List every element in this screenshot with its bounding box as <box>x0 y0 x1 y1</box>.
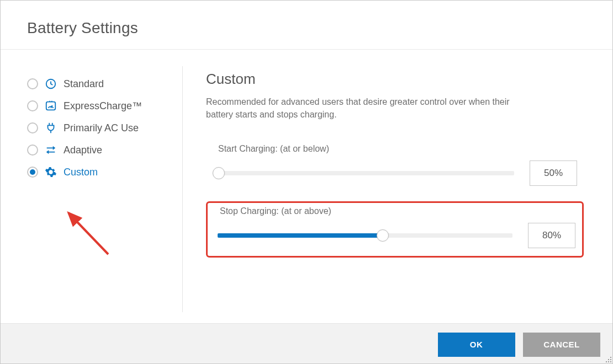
option-label: Primarily AC Use <box>64 122 139 134</box>
stop-charging-slider[interactable] <box>218 233 512 238</box>
title-bar: Battery Settings <box>1 1 612 50</box>
option-custom[interactable]: Custom <box>23 161 166 183</box>
option-label: Adaptive <box>64 144 102 156</box>
dialog-footer: OK CANCEL <box>1 323 612 363</box>
start-charging-group: Start Charging: (at or below) 50% <box>206 140 584 196</box>
option-label: Standard <box>64 78 104 90</box>
stop-charging-value[interactable]: 80% <box>528 223 575 248</box>
slider-thumb[interactable] <box>213 167 225 179</box>
option-label: Custom <box>64 167 98 178</box>
battery-settings-dialog: Battery Settings Standard <box>0 0 613 364</box>
detail-description: Recommended for advanced users that desi… <box>206 95 532 121</box>
resize-grip[interactable] <box>604 355 612 363</box>
start-charging-slider[interactable] <box>216 171 514 175</box>
slider-thumb[interactable] <box>377 229 389 242</box>
detail-panel: Custom Recommended for advanced users th… <box>183 66 590 312</box>
ok-button[interactable]: OK <box>438 333 515 357</box>
start-charging-value[interactable]: 50% <box>530 160 577 186</box>
radio-adaptive[interactable] <box>27 144 38 156</box>
svg-rect-1 <box>46 102 56 110</box>
dialog-title: Battery Settings <box>27 19 586 37</box>
radio-standard[interactable] <box>27 78 38 89</box>
option-standard[interactable]: Standard <box>23 73 166 95</box>
clock-icon <box>45 78 57 90</box>
radio-custom[interactable] <box>27 167 38 178</box>
option-label: ExpressCharge™ <box>64 100 142 112</box>
svg-line-2 <box>51 105 52 108</box>
radio-expresscharge[interactable] <box>27 100 38 111</box>
radio-primarily-ac[interactable] <box>27 122 38 133</box>
option-expresscharge[interactable]: ExpressCharge™ <box>23 95 166 117</box>
mode-list: Standard ExpressCharge™ <box>23 66 183 312</box>
start-charging-label: Start Charging: (at or below) <box>216 144 577 154</box>
cancel-button[interactable]: CANCEL <box>523 333 600 357</box>
plug-icon <box>45 122 57 134</box>
option-adaptive[interactable]: Adaptive <box>23 139 166 161</box>
stop-charging-highlight: Stop Charging: (at or above) 80% <box>206 201 584 258</box>
stop-charging-label: Stop Charging: (at or above) <box>218 206 575 216</box>
gauge-icon <box>45 100 57 112</box>
option-primarily-ac[interactable]: Primarily AC Use <box>23 117 166 139</box>
detail-heading: Custom <box>206 71 584 88</box>
cycle-icon <box>45 144 57 156</box>
gear-icon <box>45 166 57 178</box>
